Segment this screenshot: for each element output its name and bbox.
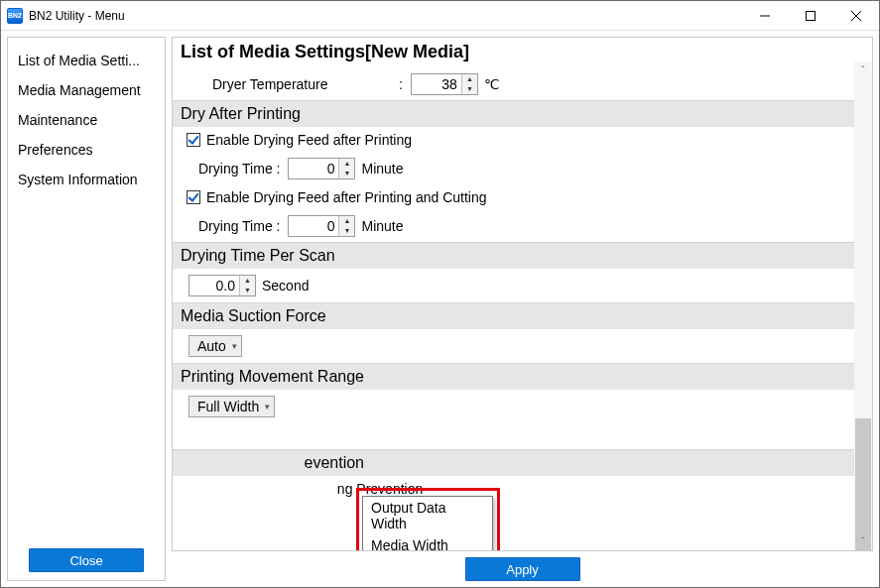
chk-drying-feed-cut-row: Enable Drying Feed after Printing and Cu… bbox=[173, 184, 854, 210]
chk-drying-feed-cut-label: Enable Drying Feed after Printing and Cu… bbox=[206, 189, 487, 205]
chevron-down-icon: ▾ bbox=[232, 341, 237, 351]
scroll-down-arrow[interactable]: ˇ bbox=[854, 532, 872, 550]
chk-drying-feed-print-label: Enable Drying Feed after Printing bbox=[206, 132, 412, 148]
page-title: List of Media Settings[New Media] bbox=[173, 38, 854, 68]
drying-time1-spinner[interactable]: ▲▼ bbox=[288, 158, 355, 179]
chk-drying-feed-print[interactable] bbox=[187, 133, 200, 147]
sidebar-item-media-settings[interactable]: List of Media Setti... bbox=[8, 46, 165, 75]
minimize-button[interactable] bbox=[742, 1, 788, 30]
svg-rect-1 bbox=[807, 11, 816, 20]
chk-drying-feed-cut[interactable] bbox=[187, 190, 200, 204]
dryer-temp-spinner[interactable]: ▲▼ bbox=[411, 73, 478, 95]
spinner-arrows[interactable]: ▲▼ bbox=[338, 216, 354, 236]
chk-stick-prev-label-suffix: ng Prevention bbox=[337, 481, 423, 497]
dryer-temp-unit: ℃ bbox=[484, 76, 500, 92]
vertical-scrollbar[interactable]: ˆ ˇ bbox=[854, 61, 872, 550]
drying-time2-input[interactable] bbox=[289, 216, 338, 236]
sidebar-item-media-management[interactable]: Media Management bbox=[8, 75, 165, 105]
sidebar-item-preferences[interactable]: Preferences bbox=[8, 135, 165, 165]
scroll-area: List of Media Settings[New Media] Dryer … bbox=[173, 38, 854, 550]
section-per-scan: Drying Time Per Scan bbox=[173, 242, 854, 269]
chk-drying-feed-print-row: Enable Drying Feed after Printing bbox=[173, 127, 854, 153]
drying-time1-label: Drying Time : bbox=[198, 161, 280, 176]
apply-row: Apply bbox=[172, 551, 873, 581]
drying-time1-row: Drying Time : ▲▼ Minute bbox=[173, 153, 854, 184]
move-range-row: Full Width ▾ bbox=[173, 390, 854, 419]
sidebar-item-system-info[interactable]: System Information bbox=[8, 165, 165, 194]
colon: : bbox=[391, 76, 411, 92]
apply-button[interactable]: Apply bbox=[465, 557, 580, 581]
dryer-temp-input[interactable] bbox=[412, 74, 461, 94]
drying-time2-unit: Minute bbox=[361, 218, 403, 234]
move-range-dropdown[interactable]: Output Data Width Media Width Full Width bbox=[362, 496, 493, 551]
scroll-up-arrow[interactable]: ˆ bbox=[854, 61, 872, 79]
sidebar-item-maintenance[interactable]: Maintenance bbox=[8, 105, 165, 135]
spinner-arrows[interactable]: ▲▼ bbox=[239, 276, 255, 295]
close-window-button[interactable] bbox=[833, 1, 879, 30]
window-controls bbox=[742, 1, 879, 30]
drying-time2-row: Drying Time : ▲▼ Minute bbox=[173, 210, 854, 242]
content-frame: List of Media Settings[New Media] Dryer … bbox=[172, 37, 873, 551]
drying-time2-label: Drying Time : bbox=[198, 218, 280, 234]
drying-time1-input[interactable] bbox=[289, 159, 338, 178]
per-scan-input[interactable] bbox=[189, 276, 239, 295]
titlebar: BN2 BN2 Utility - Menu bbox=[1, 1, 879, 31]
chevron-down-icon: ▾ bbox=[265, 402, 270, 412]
section-move-range: Printing Movement Range bbox=[173, 363, 854, 390]
per-scan-row: ▲▼ Second bbox=[173, 269, 854, 302]
per-scan-unit: Second bbox=[262, 278, 309, 294]
section-stick-prev: Media Sticking Prevention bbox=[173, 449, 854, 476]
suction-value: Auto bbox=[197, 338, 226, 354]
scroll-thumb[interactable] bbox=[855, 418, 871, 551]
move-range-value: Full Width bbox=[197, 399, 259, 414]
chk-stick-prev-row: ☑ Enable Media Sticking Prevention bbox=[173, 476, 854, 502]
drying-time2-spinner[interactable]: ▲▼ bbox=[288, 215, 355, 237]
sidebar: List of Media Setti... Media Management … bbox=[7, 37, 166, 581]
app-window: BN2 BN2 Utility - Menu List of Media Set… bbox=[0, 0, 880, 588]
dryer-temp-row: Dryer Temperature : ▲▼ ℃ bbox=[173, 68, 854, 100]
window-title: BN2 Utility - Menu bbox=[29, 9, 742, 23]
section-dry-after: Dry After Printing bbox=[173, 100, 854, 127]
per-scan-spinner[interactable]: ▲▼ bbox=[189, 275, 256, 296]
dryer-temp-label: Dryer Temperature bbox=[212, 76, 391, 92]
maximize-button[interactable] bbox=[788, 1, 833, 30]
suction-combo[interactable]: Auto ▾ bbox=[189, 335, 242, 357]
spinner-arrows[interactable]: ▲▼ bbox=[461, 74, 477, 94]
dropdown-item-output-data-width[interactable]: Output Data Width bbox=[363, 497, 492, 534]
main: List of Media Settings[New Media] Dryer … bbox=[172, 37, 873, 581]
app-icon: BN2 bbox=[7, 8, 23, 24]
suction-row: Auto ▾ bbox=[173, 329, 854, 363]
close-button[interactable]: Close bbox=[29, 548, 144, 572]
move-range-combo[interactable]: Full Width ▾ bbox=[189, 396, 275, 417]
spinner-arrows[interactable]: ▲▼ bbox=[338, 159, 354, 178]
drying-time1-unit: Minute bbox=[361, 161, 403, 176]
section-suction: Media Suction Force bbox=[173, 302, 854, 329]
body: List of Media Setti... Media Management … bbox=[1, 31, 879, 587]
dropdown-item-media-width[interactable]: Media Width bbox=[363, 534, 492, 551]
